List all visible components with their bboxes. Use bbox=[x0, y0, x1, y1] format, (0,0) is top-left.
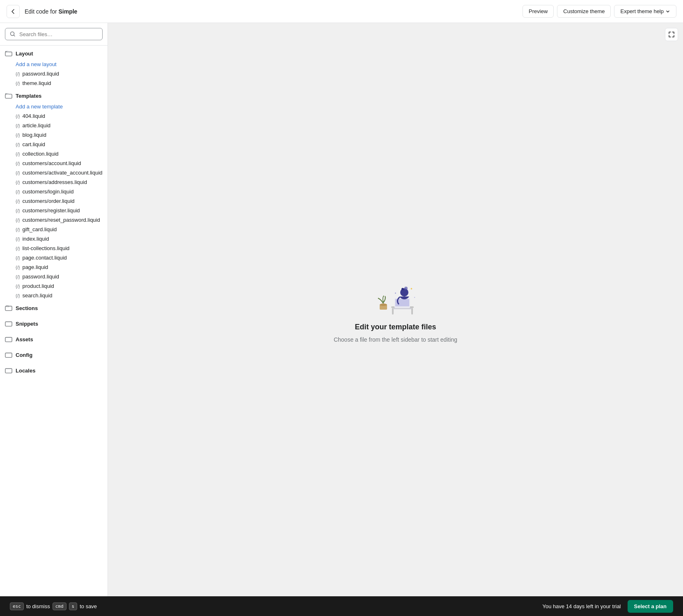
templates-section-header[interactable]: Templates bbox=[0, 88, 108, 102]
header: Edit code for Simple Preview Customize t… bbox=[0, 0, 683, 23]
template-file-customers-login[interactable]: {/}customers/login.liquid bbox=[0, 187, 108, 196]
template-file-customers-register[interactable]: {/}customers/register.liquid bbox=[0, 206, 108, 215]
add-layout-link[interactable]: Add a new layout bbox=[0, 60, 108, 69]
svg-point-18 bbox=[400, 288, 408, 297]
svg-rect-15 bbox=[393, 308, 412, 309]
empty-state: ✦ ✦ ✦ Edit your template files Choose a … bbox=[334, 277, 457, 343]
liquid-icon: {/} bbox=[16, 81, 20, 86]
header-title: Edit code for Simple bbox=[25, 8, 518, 15]
svg-rect-4 bbox=[5, 94, 12, 98]
layout-label: Layout bbox=[16, 51, 33, 57]
template-file-index[interactable]: {/}index.liquid bbox=[0, 234, 108, 244]
template-file-gift-card[interactable]: {/}gift_card.liquid bbox=[0, 225, 108, 234]
preview-button[interactable]: Preview bbox=[523, 5, 554, 18]
snippets-folder-icon bbox=[5, 320, 12, 327]
add-template-link[interactable]: Add a new template bbox=[0, 102, 108, 111]
template-file-page-contact[interactable]: {/}page.contact.liquid bbox=[0, 253, 108, 262]
template-file-collection[interactable]: {/}collection.liquid bbox=[0, 149, 108, 159]
header-actions: Preview Customize theme Expert theme hel… bbox=[523, 5, 676, 18]
search-box bbox=[0, 23, 108, 46]
save-text: to save bbox=[80, 603, 97, 609]
svg-rect-6 bbox=[5, 322, 12, 326]
template-file-article[interactable]: {/}article.liquid bbox=[0, 121, 108, 130]
templates-label: Templates bbox=[16, 93, 41, 99]
customize-theme-button[interactable]: Customize theme bbox=[557, 5, 611, 18]
assets-folder-icon bbox=[5, 336, 12, 343]
locales-section-header[interactable]: Locales bbox=[0, 363, 108, 378]
svg-text:✦: ✦ bbox=[414, 296, 415, 299]
template-file-customers-account[interactable]: {/}customers/account.liquid bbox=[0, 159, 108, 168]
layout-section: Layout Add a new layout {/} password.liq… bbox=[0, 46, 108, 88]
config-folder-icon bbox=[5, 351, 12, 359]
template-file-password[interactable]: {/}password.liquid bbox=[0, 272, 108, 281]
main-layout: Layout Add a new layout {/} password.liq… bbox=[0, 23, 683, 596]
expand-button[interactable] bbox=[665, 28, 678, 41]
trial-info: You have 14 days left in your trial Sele… bbox=[542, 600, 673, 613]
sidebar: Layout Add a new layout {/} password.liq… bbox=[0, 23, 108, 596]
template-file-blog[interactable]: {/}blog.liquid bbox=[0, 130, 108, 140]
templates-section: Templates Add a new template {/}404.liqu… bbox=[0, 88, 108, 300]
template-file-search[interactable]: {/}search.liquid bbox=[0, 291, 108, 300]
locales-folder-icon bbox=[5, 367, 12, 374]
template-file-customers-activate[interactable]: {/}customers/activate_account.liquid bbox=[0, 168, 108, 177]
empty-state-subtitle: Choose a file from the left sidebar to s… bbox=[334, 336, 457, 343]
svg-rect-2 bbox=[5, 52, 12, 56]
template-file-page[interactable]: {/}page.liquid bbox=[0, 262, 108, 272]
layout-section-header[interactable]: Layout bbox=[0, 46, 108, 60]
template-file-product[interactable]: {/}product.liquid bbox=[0, 281, 108, 291]
template-file-customers-addresses[interactable]: {/}customers/addresses.liquid bbox=[0, 177, 108, 187]
config-label: Config bbox=[16, 352, 32, 358]
liquid-icon: {/} bbox=[16, 71, 20, 76]
templates-folder-icon bbox=[5, 92, 12, 99]
layout-file-password[interactable]: {/} password.liquid bbox=[0, 69, 108, 78]
template-file-cart[interactable]: {/}cart.liquid bbox=[0, 140, 108, 149]
sections-section-header[interactable]: Sections bbox=[0, 300, 108, 316]
svg-point-20 bbox=[404, 287, 408, 290]
assets-section-header[interactable]: Assets bbox=[0, 331, 108, 347]
locales-label: Locales bbox=[16, 368, 35, 374]
search-icon bbox=[9, 31, 16, 37]
s-key: s bbox=[69, 602, 78, 610]
template-file-404[interactable]: {/}404.liquid bbox=[0, 111, 108, 121]
empty-illustration: ✦ ✦ ✦ bbox=[371, 277, 420, 318]
template-file-customers-order[interactable]: {/}customers/order.liquid bbox=[0, 196, 108, 206]
svg-point-19 bbox=[401, 288, 404, 290]
svg-text:✦: ✦ bbox=[410, 287, 413, 291]
svg-point-17 bbox=[380, 303, 387, 306]
empty-state-title: Edit your template files bbox=[355, 323, 436, 331]
expert-theme-help-button[interactable]: Expert theme help bbox=[614, 5, 676, 18]
svg-text:✦: ✦ bbox=[394, 292, 397, 294]
assets-label: Assets bbox=[16, 336, 33, 342]
search-inner bbox=[5, 28, 103, 40]
dismiss-text: to dismiss bbox=[26, 603, 50, 609]
bottom-bar: esc to dismiss cmd s to save You have 14… bbox=[0, 596, 683, 616]
esc-key: esc bbox=[10, 602, 24, 610]
svg-rect-9 bbox=[5, 369, 12, 373]
snippets-label: Snippets bbox=[16, 321, 38, 327]
trial-text: You have 14 days left in your trial bbox=[542, 603, 621, 609]
back-button[interactable] bbox=[7, 5, 20, 18]
layout-folder-icon bbox=[5, 50, 12, 57]
snippets-section-header[interactable]: Snippets bbox=[0, 316, 108, 331]
search-input[interactable] bbox=[19, 31, 98, 37]
config-section-header[interactable]: Config bbox=[0, 347, 108, 363]
svg-rect-7 bbox=[5, 338, 12, 342]
select-plan-button[interactable]: Select a plan bbox=[628, 600, 673, 613]
sections-folder-icon bbox=[5, 304, 12, 312]
template-file-list-collections[interactable]: {/}list-collections.liquid bbox=[0, 244, 108, 253]
cmd-key: cmd bbox=[53, 602, 66, 610]
svg-rect-8 bbox=[5, 353, 12, 358]
keyboard-shortcuts: esc to dismiss cmd s to save bbox=[10, 602, 97, 610]
template-file-customers-reset[interactable]: {/}customers/reset_password.liquid bbox=[0, 215, 108, 225]
sections-label: Sections bbox=[16, 305, 38, 311]
content-area: ✦ ✦ ✦ Edit your template files Choose a … bbox=[108, 23, 683, 596]
expand-icon bbox=[668, 31, 675, 38]
layout-file-theme[interactable]: {/} theme.liquid bbox=[0, 78, 108, 88]
